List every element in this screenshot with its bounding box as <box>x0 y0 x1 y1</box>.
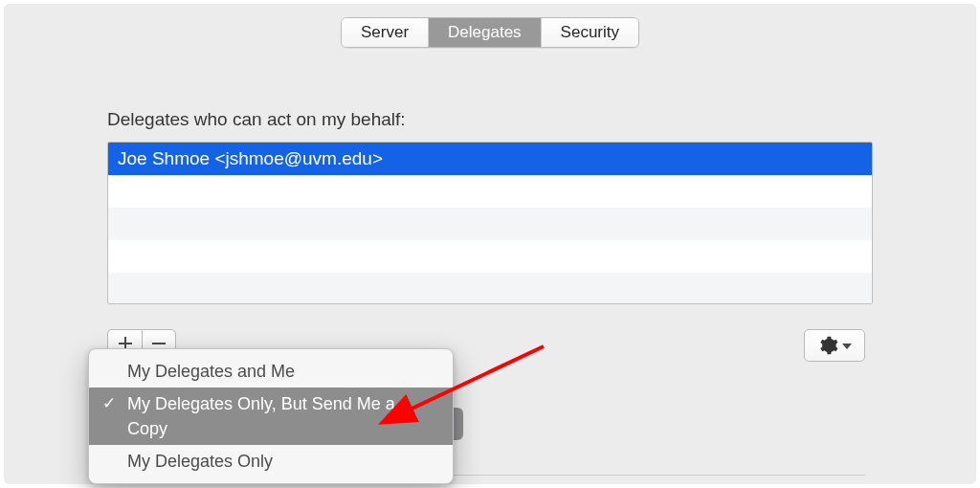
list-item[interactable] <box>108 273 872 304</box>
preferences-window: Server Delegates Security Delegates who … <box>4 4 976 484</box>
menu-item[interactable]: My Delegates Only <box>89 445 453 477</box>
tab-server[interactable]: Server <box>342 18 429 47</box>
delegates-section-label: Delegates who can act on my behalf: <box>107 109 406 130</box>
tab-security[interactable]: Security <box>542 18 638 47</box>
tab-bar: Server Delegates Security <box>341 17 639 48</box>
delegates-list[interactable]: Joe Shmoe <jshmoe@uvm.edu> <box>107 142 873 304</box>
gear-icon <box>817 335 838 356</box>
menu-item-label: My Delegates Only, But Send Me a Copy <box>127 394 395 438</box>
menu-item[interactable]: My Delegates and Me <box>89 355 453 388</box>
tab-delegates[interactable]: Delegates <box>429 18 542 47</box>
list-item[interactable]: Joe Shmoe <jshmoe@uvm.edu> <box>108 143 872 175</box>
list-item[interactable] <box>108 240 872 273</box>
menu-item[interactable]: ✓ My Delegates Only, But Send Me a Copy <box>89 388 453 445</box>
list-item[interactable] <box>108 208 872 240</box>
delivery-options-menu: My Delegates and Me ✓ My Delegates Only,… <box>88 348 454 484</box>
chevron-down-icon <box>842 344 852 349</box>
minus-icon <box>152 343 166 344</box>
gear-menu-button[interactable] <box>804 329 865 362</box>
list-item[interactable] <box>108 175 872 208</box>
check-icon: ✓ <box>102 391 116 416</box>
